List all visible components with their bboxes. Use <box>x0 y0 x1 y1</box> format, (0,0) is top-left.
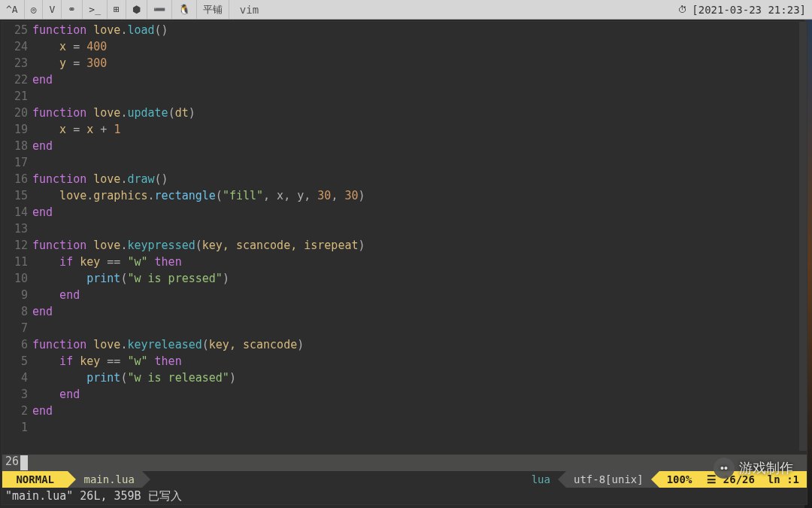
arch-menu[interactable]: ^A <box>0 0 25 19</box>
code-line[interactable]: end <box>32 386 807 403</box>
android-icon[interactable]: ⬢ <box>126 0 147 19</box>
separator-icon <box>68 471 76 488</box>
code-line[interactable]: end <box>32 287 807 303</box>
code-line[interactable]: print("w is pressed") <box>32 270 807 287</box>
line-number: 1 <box>2 419 28 436</box>
stopwatch-icon: ⏱ <box>678 5 687 15</box>
line-number-gutter: 2524232221201918171615141312111098765432… <box>2 22 32 455</box>
code-line[interactable]: end <box>32 403 807 419</box>
vim-statusline: NORMAL main.lua lua utf-8[unix] 100% ☰ 2… <box>2 471 807 488</box>
line-number: 25 <box>2 22 28 38</box>
code-line[interactable]: function love.update(dt) <box>32 105 807 121</box>
line-number: 11 <box>2 254 28 270</box>
scrollbar[interactable] <box>799 22 807 451</box>
tux-icon[interactable]: 🐧 <box>172 0 197 19</box>
code-line[interactable]: x = 400 <box>32 38 807 55</box>
code-line[interactable]: function love.load() <box>32 22 807 38</box>
code-content[interactable]: function love.load() x = 400 y = 300end … <box>32 22 807 455</box>
system-taskbar: ^A◎V⚭>_⊞⬢➖🐧平铺 vim ⏱ [2021-03-23 21:23] <box>0 0 812 20</box>
current-line-number: 26 <box>2 455 20 471</box>
vim-icon[interactable]: V <box>43 0 62 19</box>
code-line[interactable]: if key == "w" then <box>32 353 807 370</box>
line-number: 3 <box>2 386 28 403</box>
line-number: 9 <box>2 287 28 303</box>
line-number: 8 <box>2 303 28 320</box>
taskbar-clock: ⏱ [2021-03-23 21:23] <box>672 4 812 16</box>
cursor-block <box>20 455 28 470</box>
line-number: 10 <box>2 270 28 287</box>
code-line[interactable] <box>32 88 807 105</box>
wechat-icon: •• <box>714 458 735 479</box>
code-line[interactable]: function love.keypressed(key, scancode, … <box>32 237 807 254</box>
line-number: 17 <box>2 154 28 171</box>
line-number: 15 <box>2 187 28 204</box>
eclipse-icon[interactable]: ➖ <box>147 0 172 19</box>
line-number: 19 <box>2 121 28 138</box>
line-number: 22 <box>2 71 28 88</box>
code-line[interactable]: end <box>32 71 807 88</box>
line-number: 12 <box>2 237 28 254</box>
vim-command-line[interactable]: "main.lua" 26L, 359B 已写入 <box>2 488 807 504</box>
line-number: 14 <box>2 204 28 221</box>
code-line[interactable]: function love.keyreleased(key, scancode) <box>32 336 807 353</box>
active-window-title: vim <box>229 4 269 16</box>
code-line[interactable]: love.graphics.rectangle("fill", x, y, 30… <box>32 187 807 204</box>
code-line[interactable]: y = 300 <box>32 55 807 71</box>
code-line[interactable]: x = x + 1 <box>32 121 807 138</box>
code-line[interactable]: function love.draw() <box>32 171 807 187</box>
code-line[interactable]: print("w is released") <box>32 370 807 386</box>
line-number: 6 <box>2 336 28 353</box>
clock-text: [2021-03-23 21:23] <box>692 4 806 16</box>
code-line[interactable] <box>32 221 807 237</box>
encoding-segment: utf-8[unix] <box>566 471 651 488</box>
line-number: 7 <box>2 320 28 336</box>
line-number: 20 <box>2 105 28 121</box>
separator-icon <box>142 471 150 488</box>
link-icon[interactable]: ⚭ <box>62 0 83 19</box>
percent-segment: 100% <box>659 471 700 488</box>
line-number: 23 <box>2 55 28 71</box>
line-number: 2 <box>2 403 28 419</box>
code-line[interactable] <box>32 419 807 436</box>
code-line[interactable]: end <box>32 204 807 221</box>
windows-icon[interactable]: ⊞ <box>108 0 126 19</box>
line-number: 5 <box>2 353 28 370</box>
chrome-icon[interactable]: ◎ <box>25 0 44 19</box>
code-line[interactable]: end <box>32 138 807 154</box>
line-number: 24 <box>2 38 28 55</box>
line-number: 4 <box>2 370 28 386</box>
code-line[interactable] <box>32 154 807 171</box>
filename-segment: main.lua <box>76 471 141 488</box>
code-area[interactable]: 2524232221201918171615141312111098765432… <box>2 22 807 455</box>
separator-icon <box>558 471 566 488</box>
vim-editor-window: 2524232221201918171615141312111098765432… <box>2 21 807 505</box>
watermark-text: 游戏制作 <box>739 459 793 477</box>
code-line[interactable]: end <box>32 303 807 320</box>
code-line[interactable] <box>32 320 807 336</box>
current-line-highlight[interactable]: 26 <box>2 455 807 471</box>
line-number: 13 <box>2 221 28 237</box>
line-number: 16 <box>2 171 28 187</box>
separator-icon <box>651 471 659 488</box>
terminal-icon[interactable]: >_ <box>83 0 108 19</box>
code-line[interactable]: if key == "w" then <box>32 254 807 270</box>
statusline-fill <box>150 471 524 488</box>
watermark-overlay: •• 游戏制作 <box>714 458 793 479</box>
filetype-segment: lua <box>524 471 558 488</box>
line-number: 21 <box>2 88 28 105</box>
mode-indicator: NORMAL <box>2 471 68 488</box>
tile-label[interactable]: 平铺 <box>197 0 229 19</box>
line-number: 18 <box>2 138 28 154</box>
